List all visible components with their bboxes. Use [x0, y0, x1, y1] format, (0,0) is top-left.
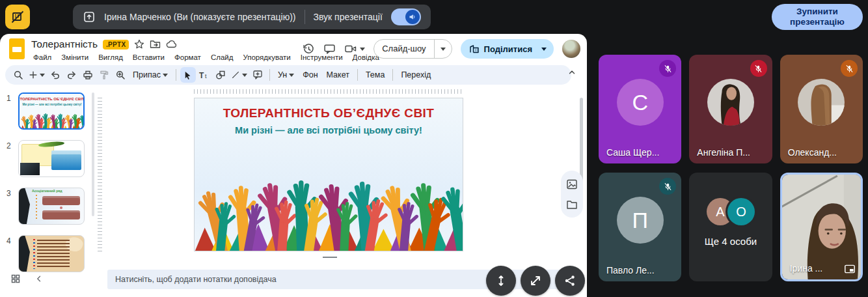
doc-title[interactable]: Толерантність	[31, 38, 98, 50]
move-folder-icon[interactable]	[150, 39, 161, 50]
participant-name: Олександ...	[788, 147, 837, 158]
comments-icon[interactable]	[323, 43, 336, 55]
present-icon[interactable]	[83, 10, 96, 23]
filmstrip-slide-3[interactable]: Асоціативний ряд	[18, 188, 85, 225]
overflow-avatar-o: O	[727, 198, 755, 225]
canvas-scrollbar[interactable]	[580, 98, 583, 182]
slide-page[interactable]: ТОЛЕРАНТНІСТЬ ОБ’ЄДНУЄ СВІТ Ми різні — а…	[194, 98, 463, 251]
file-type-badge: .PPTX	[103, 40, 129, 50]
search-menus-button[interactable]	[10, 67, 26, 83]
speaker-icon	[409, 13, 416, 21]
share-label[interactable]: Поділитися	[484, 44, 532, 54]
scroll-control-button[interactable]	[486, 266, 516, 296]
share-dropdown[interactable]	[539, 48, 554, 51]
presentation-sound-toggle[interactable]	[391, 8, 421, 25]
svg-text:t: t	[205, 73, 207, 79]
undo-button[interactable]	[47, 67, 63, 83]
participant-tile-more[interactable]: A O Ще 4 особи	[689, 173, 772, 281]
slideshow-button[interactable]: Слайд-шоу	[373, 39, 452, 59]
paint-format-button[interactable]	[96, 67, 112, 83]
participant-avatar: П	[617, 197, 664, 244]
presentation-sound-label: Звук презентації	[314, 12, 383, 22]
zoom-button[interactable]	[113, 67, 128, 83]
participant-name: Ангеліна П...	[697, 147, 750, 158]
menu-item-arrange[interactable]: Упорядкувати	[241, 53, 292, 62]
participant-tile-4[interactable]: П Павло Ле...	[599, 173, 681, 281]
background-button[interactable]: Фон	[299, 67, 321, 83]
participant-tile-3[interactable]: Олександ...	[780, 55, 863, 163]
filmstrip-slide-2[interactable]	[18, 140, 85, 177]
menu-item-format[interactable]: Формат	[172, 53, 203, 62]
filmstrip-slide-1[interactable]: ТОЛЕРАНТНІСТЬ ОБ’ЄДНУЄ СВІТ Ми різні — а…	[18, 92, 85, 130]
more-people-label: Ще 4 особи	[689, 236, 772, 247]
collapse-filmstrip-button[interactable]	[35, 275, 43, 283]
participant-tile-1[interactable]: C Саша Щер...	[599, 55, 681, 163]
participant-name: Саша Щер...	[606, 147, 659, 158]
thumb3-title: Асоціативний ряд	[32, 189, 59, 193]
collapse-toolbar-button[interactable]	[567, 68, 576, 77]
account-avatar[interactable]	[562, 40, 580, 58]
select-tool[interactable]	[180, 67, 196, 83]
version-history-icon[interactable]	[303, 43, 315, 55]
mic-off-badge	[659, 178, 676, 195]
slide-number: 2	[7, 141, 11, 150]
shape-tool[interactable]	[213, 67, 228, 83]
participant-tile-2[interactable]: Ангеліна П...	[689, 55, 772, 163]
participants-panel: C Саша Щер... Ангеліна П... Олександ... …	[587, 34, 868, 297]
menu-item-file[interactable]: Файл	[31, 53, 53, 62]
filmstrip-scrollbar[interactable]	[92, 92, 94, 216]
presentation-off-button[interactable]	[5, 5, 30, 29]
menu-item-slide[interactable]: Слайд	[209, 53, 236, 62]
slideshow-dropdown[interactable]	[435, 40, 452, 58]
self-name: Ірина ...	[790, 263, 823, 274]
horizontal-ruler	[194, 89, 463, 94]
grid-view-button[interactable]	[10, 274, 21, 284]
insert-image-button[interactable]	[566, 178, 578, 190]
input-tools-dropdown[interactable]: Ун	[274, 67, 298, 83]
theme-button[interactable]: Тема	[362, 67, 388, 83]
participant-name: Павло Ле...	[606, 265, 655, 276]
filmstrip-slide-4[interactable]	[18, 235, 85, 272]
overflow-avatars: A O	[707, 198, 755, 225]
camera-dropdown-caret[interactable]	[360, 48, 365, 51]
meet-top-bar: Ірина Марченко (Ви (показуєте презентаці…	[0, 0, 868, 34]
thumb1-subtitle: Ми різні — але всі потрібні цьому світу!	[22, 102, 82, 106]
menu-item-view[interactable]: Вигляд	[96, 53, 125, 62]
pip-icon[interactable]	[844, 264, 856, 274]
stop-presentation-button[interactable]: Зупинити презентацію	[772, 4, 863, 30]
redo-button[interactable]	[64, 67, 79, 83]
slides-logo-icon	[9, 38, 25, 59]
cloud-status-icon[interactable]	[166, 39, 178, 50]
share-button[interactable]: Поділитися	[461, 39, 554, 59]
transition-button[interactable]: Перехід	[397, 67, 435, 83]
participant-photo	[798, 79, 845, 126]
folder-button[interactable]	[566, 199, 578, 210]
new-slide-button[interactable]	[27, 67, 47, 83]
share-overlay-button[interactable]	[555, 266, 585, 296]
line-tool[interactable]	[229, 67, 249, 83]
mic-off-badge	[659, 60, 676, 77]
participant-photo	[707, 79, 754, 126]
domain-icon	[469, 44, 480, 54]
fullscreen-button[interactable]	[521, 266, 550, 296]
slideshow-label[interactable]: Слайд-шоу	[374, 40, 433, 58]
fit-zoom-dropdown[interactable]: Припас	[129, 67, 172, 83]
insert-comment-button[interactable]	[250, 67, 265, 83]
mic-off-badge	[841, 60, 858, 77]
main-toolbar: Припас Tt Ун Фон Макет Тема Перехід	[5, 65, 571, 85]
meet-camera-button[interactable]	[344, 43, 365, 55]
slide-title[interactable]: ТОЛЕРАНТНІСТЬ ОБ’ЄДНУЄ СВІТ	[195, 106, 463, 120]
topbar-divider	[305, 10, 305, 24]
menu-item-insert[interactable]: Вставити	[131, 53, 167, 62]
filmstrip: 1 ТОЛЕРАНТНІСТЬ ОБ’ЄДНУЄ СВІТ Ми різні —…	[0, 87, 96, 267]
participant-tile-self[interactable]: Ірина ...	[780, 173, 863, 281]
textbox-tool[interactable]: Tt	[197, 67, 212, 83]
layout-button[interactable]: Макет	[323, 67, 353, 83]
menu-item-edit[interactable]: Змінити	[59, 53, 90, 62]
thumb1-title: ТОЛЕРАНТНІСТЬ ОБ’ЄДНУЄ СВІТ	[20, 97, 84, 101]
star-icon[interactable]	[134, 39, 144, 50]
slide-number: 1	[7, 94, 11, 103]
vertical-ruler	[98, 98, 102, 251]
print-button[interactable]	[80, 67, 96, 83]
slide-subtitle[interactable]: Ми різні — але всі потрібні цьому світу!	[195, 125, 463, 135]
